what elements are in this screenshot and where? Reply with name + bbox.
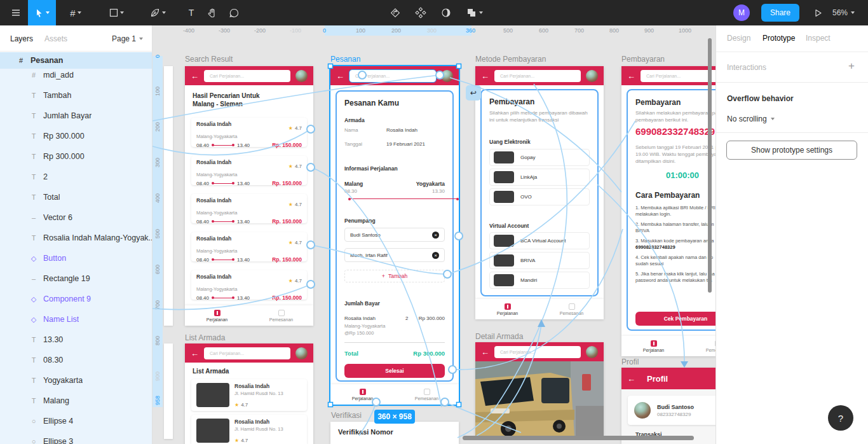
create-component-button[interactable] [409,0,432,25]
frame-label-pesanan[interactable]: Pesanan [330,55,360,64]
present-button[interactable] [807,0,829,25]
nav-pemesanan[interactable]: Pemesanan [395,384,459,405]
nav-pemesanan[interactable]: Pemesanan [686,336,715,356]
payment-option-gopay[interactable]: Gopay [489,149,590,166]
nav-perjalanan[interactable]: Perjalanan [621,336,686,356]
search-input[interactable]: Cari Perjalanan... [349,70,436,82]
frame-search-result[interactable]: ← Cari Perjalanan... Hasil Pencarian Unt… [185,66,313,326]
back-icon[interactable]: ← [627,71,635,81]
overflow-behavior-select[interactable]: No scrolling [727,114,775,123]
add-interaction-button[interactable]: + [848,60,855,73]
result-card[interactable]: Rosalia Indah★4.7 Malang-Yogyakarta 08.4… [191,270,307,300]
result-card[interactable]: Rosalia Indah★4.7 Malang-Yogyakarta 08.4… [191,118,307,147]
avatar[interactable] [295,70,308,82]
back-icon[interactable]: ← [191,349,199,358]
vertical-scrollbar[interactable] [708,38,712,293]
add-passenger-button[interactable]: + Tambah [344,270,445,282]
result-card[interactable]: Rosalia Indah★4.7 Malang-Yogyakarta 08.4… [191,194,307,223]
pen-tool-button[interactable] [144,0,172,25]
nav-pemesanan[interactable]: Pemesanan [249,305,313,326]
tab-layers[interactable]: Layers [10,34,33,43]
avatar[interactable] [441,70,453,82]
search-input[interactable]: Cari Perjalanan... [494,70,581,82]
remove-passenger-icon[interactable]: × [432,232,439,239]
layer-row-0830[interactable]: T08.30 [0,350,153,370]
avatar[interactable] [586,70,598,82]
frame-label-metode[interactable]: Metode Pembayaran [475,55,546,64]
selesai-button[interactable]: Selesai [344,364,445,378]
nav-perjalanan[interactable]: Perjalanan [185,305,249,326]
frame-metode-pembayaran[interactable]: ← Cari Perjalanan... Pembayaran Silahkan… [475,66,604,319]
frame-detail-armada[interactable]: ← Cari Perjalanan... [475,342,604,436]
armada-card[interactable]: Rosalia Indah Jl. Hamid Rusdi No. 13 ★4.… [191,379,307,411]
back-icon[interactable]: ← [481,347,489,357]
layer-row-total[interactable]: TTotal [0,187,153,207]
layer-row-tambah[interactable]: TTambah [0,85,153,106]
search-input[interactable]: Cari Perjalanan... [204,347,290,359]
zoom-menu[interactable]: 56% [832,0,855,25]
shape-tool-button[interactable] [103,0,130,25]
payment-option-ovo[interactable]: OVO [489,188,590,205]
comment-tool-button[interactable] [222,0,245,25]
share-button[interactable]: Share [761,4,799,22]
layer-row-name-list[interactable]: ◇Name List [0,309,153,330]
nav-perjalanan[interactable]: Perjalanan [330,384,395,405]
remove-passenger-icon[interactable]: × [432,252,439,259]
result-card[interactable]: Rosalia Indah★4.7 Malang-Yogyakarta 08.4… [191,156,307,185]
layer-row-jumlah-bayar[interactable]: TJumlah Bayar [0,106,153,126]
search-input[interactable]: Cari Perjalanan... [494,346,581,358]
passenger-input[interactable]: Budi Santoso × [344,228,445,242]
tab-assets[interactable]: Assets [44,34,67,43]
frame-label-search-result[interactable]: Search Result [185,55,233,64]
layer-row-ellipse-3[interactable]: ○Ellipse 3 [0,431,153,444]
main-menu-button[interactable] [5,0,27,25]
frame-label-pembayaran[interactable]: Pembayaran [621,55,665,64]
frame-tool-button[interactable]: # [62,0,89,25]
layer-row-ellipse-4[interactable]: ○Ellipse 4 [0,411,153,431]
layer-row-2[interactable]: T2 [0,167,153,187]
payment-option-bca[interactable]: BCA Virtual Account [489,232,590,249]
hand-tool-button[interactable] [201,0,224,25]
user-avatar[interactable]: M [733,4,750,21]
layer-row-malang[interactable]: TMalang [0,391,153,411]
canvas[interactable]: -400 -300 -200 -100 0 100 200 300 360 50… [153,25,715,444]
layer-row-rp300000[interactable]: TRp 300.000 [0,126,153,146]
tab-prototype[interactable]: Prototype [763,34,795,43]
layer-row-1330[interactable]: T13.30 [0,330,153,350]
payment-option-mandiri[interactable]: Mandiri [489,272,590,289]
page-selector[interactable]: Page 1 [112,34,143,43]
frame-profil[interactable]: ← Profil Budi Santoso 082332748329 Trans… [621,368,715,444]
frame-label-list-armada[interactable]: List Armada [185,333,225,342]
layer-row-vector-6[interactable]: –Vector 6 [0,207,153,228]
payment-option-linkaja[interactable]: LinkAja [489,169,590,186]
edit-object-button[interactable] [384,0,407,25]
tab-inspect[interactable]: Inspect [806,34,831,43]
layer-row-rectangle-19[interactable]: –Rectangle 19 [0,268,153,289]
frame-pembayaran[interactable]: ← Cari Perjalanan... Pembayaran Silahkan… [621,66,715,356]
profile-card[interactable]: Budi Santoso 082332748329 [628,396,715,425]
frame-label-detail-armada[interactable]: Detail Armada [475,332,523,341]
back-icon[interactable]: ← [191,71,199,81]
show-prototype-settings-button[interactable]: Show prototype settings [726,141,857,160]
frame-verifikasi[interactable]: Verifikasi Nomor [330,422,459,444]
frame-pesanan[interactable]: ← Cari Perjalanan... Pesanan Kamu Armada… [330,66,459,405]
nav-perjalanan[interactable]: Perjalanan [475,299,539,319]
search-input[interactable]: Cari Perjalanan... [641,70,715,82]
frame-label-verifikasi[interactable]: Verifikasi [331,411,362,420]
text-tool-button[interactable]: T [180,0,202,25]
back-icon[interactable]: ← [627,374,635,384]
layer-row-component-9[interactable]: ◇Component 9 [0,289,153,309]
layer-row-rp300000[interactable]: TRp 300.000 [0,146,153,167]
horizontal-scrollbar[interactable] [463,436,694,440]
layer-row-button[interactable]: ◇Button [0,248,153,268]
layer-row-mdi-add[interactable]: #mdi_add [0,65,153,85]
frame-list-armada[interactable]: ← Cari Perjalanan... List Armada Rosalia… [185,343,313,444]
nav-pemesanan[interactable]: Pemesanan [539,299,604,319]
layer-row-rosalia[interactable]: TRosalia Indah Malang-Yogyak... [0,228,153,248]
avatar[interactable] [586,346,598,358]
help-button[interactable]: ? [828,405,853,431]
mask-button[interactable] [435,0,458,25]
prototype-back-action-chip[interactable]: ↩ [466,85,481,101]
boolean-groups-button[interactable] [459,0,489,25]
back-icon[interactable]: ← [336,71,344,81]
